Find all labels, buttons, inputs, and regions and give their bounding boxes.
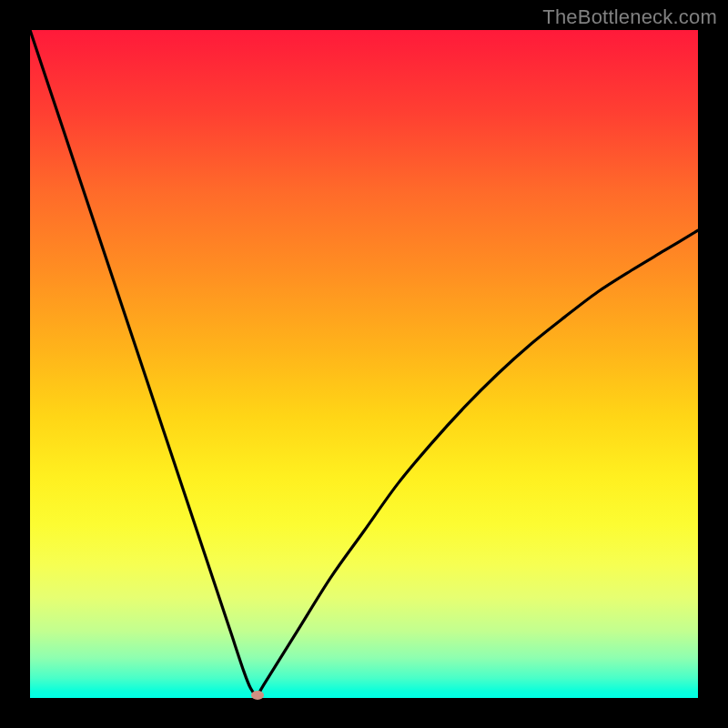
plot-area: [30, 30, 698, 698]
chart-frame: TheBottleneck.com: [0, 0, 728, 728]
watermark-text: TheBottleneck.com: [542, 5, 717, 29]
vertex-marker: [251, 691, 264, 700]
curve-svg: [30, 30, 698, 698]
curve-path: [30, 30, 698, 695]
